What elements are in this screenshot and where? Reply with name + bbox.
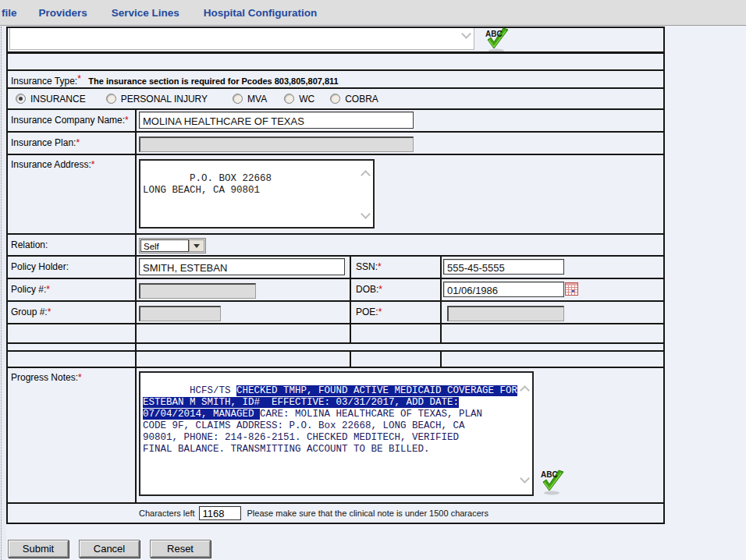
radio-button-icon[interactable] <box>233 94 243 104</box>
insurance-type-options-row: INSURANCE PERSONAL INJURY MVA WC COBRA <box>8 89 663 110</box>
separator-row <box>8 344 663 352</box>
comment-combo-field[interactable] <box>9 28 474 50</box>
progress-notes-label: Progress Notes:* <box>8 368 137 502</box>
insurance-type-radio-group: INSURANCE PERSONAL INJURY MVA WC COBRA <box>8 94 378 105</box>
dob-input[interactable] <box>443 282 564 297</box>
group-number-input-disabled <box>139 306 221 321</box>
relation-row: Relation: Self <box>8 235 663 257</box>
radio-mva[interactable]: MVA <box>233 94 267 105</box>
scroll-up-icon[interactable] <box>520 385 530 395</box>
characters-left-label: Characters left <box>139 509 195 518</box>
radio-label: MVA <box>247 94 267 105</box>
top-comment-field-row: ABC <box>8 28 663 54</box>
nav-item-hospital-configuration[interactable]: Hospital Configuration <box>204 7 318 19</box>
spellcheck-abc-icon[interactable]: ABC <box>536 466 569 496</box>
insurance-address-label: Insurance Address:* <box>8 155 137 233</box>
calendar-icon[interactable] <box>565 282 578 296</box>
dob-label: DOB:* <box>350 279 442 300</box>
radio-insurance[interactable]: INSURANCE <box>16 94 86 105</box>
characters-left-input[interactable] <box>199 506 241 520</box>
empty-row <box>8 54 663 71</box>
svg-text:ABC: ABC <box>485 30 503 38</box>
nav-item-file[interactable]: file <box>2 7 17 19</box>
group-number-row: Group #:* POE:* <box>8 302 663 324</box>
spellcheck-abc-icon[interactable]: ABC <box>480 27 513 54</box>
chevron-down-icon[interactable] <box>461 29 471 39</box>
radio-button-icon[interactable] <box>106 94 116 104</box>
radio-label: PERSONAL INJURY <box>121 94 208 105</box>
radio-button-icon[interactable] <box>16 94 26 104</box>
top-nav-bar: file Providers Service Lines Hospital Co… <box>0 0 746 26</box>
radio-button-icon[interactable] <box>330 94 340 104</box>
chevron-down-icon <box>194 244 200 248</box>
relation-select[interactable]: Self <box>139 238 206 253</box>
ssn-label: SSN:* <box>350 257 442 278</box>
form-action-buttons: Submit Cancel Reset <box>8 540 211 558</box>
poe-input-disabled <box>447 306 564 321</box>
insurance-type-header-row: Insurance Type:* The insurance section i… <box>8 71 663 89</box>
insurance-form-table: ABC Insurance Type:* The insurance secti… <box>6 27 665 524</box>
notes-before-selection: HCFS/TS <box>190 385 236 396</box>
radio-personal-injury[interactable]: PERSONAL INJURY <box>106 94 208 105</box>
required-marker: * <box>77 73 81 84</box>
radio-wc[interactable]: WC <box>284 94 314 105</box>
group-number-label: Group #:* <box>8 302 137 323</box>
characters-left-row: Characters left Please make sure that th… <box>8 504 663 523</box>
insurance-plan-label: Insurance Plan:* <box>8 133 137 154</box>
dropdown-button[interactable] <box>189 239 204 252</box>
empty-row <box>8 352 663 368</box>
ssn-input[interactable] <box>443 259 564 275</box>
insurance-type-required-note: The insurance section is required for Pc… <box>88 76 338 86</box>
submit-button[interactable]: Submit <box>8 540 69 558</box>
radio-label: INSURANCE <box>30 94 86 105</box>
progress-notes-row: Progress Notes:* HCFS/TS CHECKED TMHP, F… <box>8 368 663 504</box>
radio-label: WC <box>299 94 314 105</box>
reset-button[interactable]: Reset <box>150 540 211 558</box>
insurance-address-row: Insurance Address:* P.O. BOX 22668 LONG … <box>8 155 663 235</box>
nav-item-service-lines[interactable]: Service Lines <box>112 7 179 19</box>
nav-item-providers[interactable]: Providers <box>39 7 87 19</box>
radio-label: COBRA <box>345 94 378 105</box>
policy-holder-input[interactable] <box>139 258 345 275</box>
empty-row <box>8 324 663 344</box>
svg-text:ABC: ABC <box>541 470 558 479</box>
insurance-address-textarea[interactable]: P.O. BOX 22668 LONG BEACH, CA 90801 <box>139 159 375 229</box>
insurance-company-row: Insurance Company Name:* <box>8 110 663 133</box>
insurance-type-label: Insurance Type: <box>11 76 77 87</box>
scroll-up-icon[interactable] <box>361 170 371 180</box>
policy-holder-row: Policy Holder: SSN:* <box>8 257 663 279</box>
policy-number-label: Policy #:* <box>8 279 137 300</box>
policy-holder-label: Policy Holder: <box>8 257 137 278</box>
relation-label: Relation: <box>8 235 137 255</box>
policy-number-input-disabled <box>139 283 256 299</box>
scroll-down-icon[interactable] <box>361 209 371 219</box>
radio-cobra[interactable]: COBRA <box>330 94 378 105</box>
insurance-company-label: Insurance Company Name:* <box>8 110 137 131</box>
policy-number-row: Policy #:* DOB:* <box>8 279 663 302</box>
radio-button-icon[interactable] <box>284 94 294 104</box>
cancel-button[interactable]: Cancel <box>79 540 140 558</box>
poe-label: POE:* <box>350 302 442 323</box>
relation-selected-value: Self <box>140 239 189 252</box>
characters-left-note: Please make sure that the clinical note … <box>247 509 488 518</box>
insurance-plan-row: Insurance Plan:* <box>8 133 663 155</box>
progress-notes-textarea[interactable]: HCFS/TS CHECKED TMHP, FOUND ACTIVE MEDIC… <box>139 371 534 496</box>
insurance-company-input[interactable] <box>139 112 414 129</box>
left-edge-strip <box>0 27 6 560</box>
scroll-down-icon[interactable] <box>520 473 530 484</box>
insurance-plan-input-disabled <box>139 136 414 152</box>
